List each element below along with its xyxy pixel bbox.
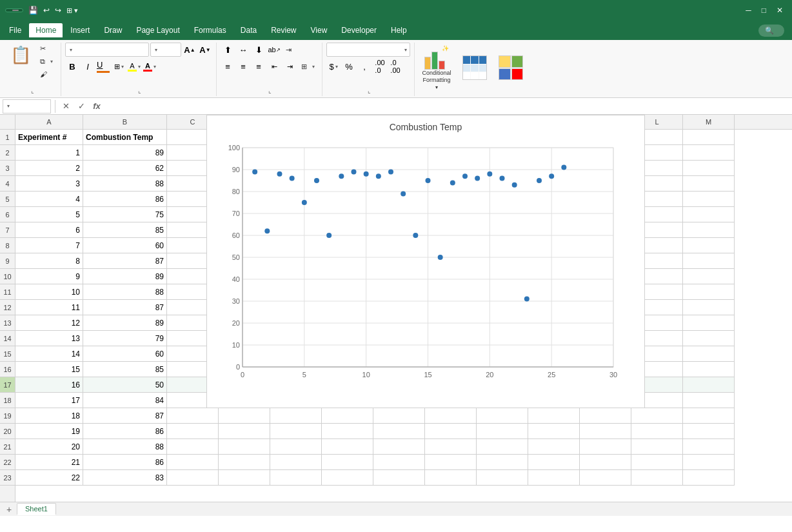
decrease-decimal-button[interactable]: .00.0 <box>373 59 387 74</box>
menu-view[interactable]: View <box>304 23 334 37</box>
bold-button[interactable]: B <box>65 59 79 74</box>
menu-file[interactable]: File <box>3 23 28 37</box>
cell-r16-c1[interactable]: 15 <box>15 362 83 377</box>
format-painter-button[interactable]: 🖌 <box>36 68 57 80</box>
cell-r19-c11[interactable] <box>580 408 631 424</box>
cell-r1-c2[interactable]: Combustion Temp <box>83 130 167 145</box>
format-as-table-button[interactable] <box>457 53 492 83</box>
search-box[interactable]: 🔍 <box>758 25 784 37</box>
cell-r21-c4[interactable] <box>219 439 270 455</box>
row-header-5[interactable]: 5 <box>0 192 15 207</box>
row-header-22[interactable]: 22 <box>0 455 15 470</box>
cell-r10-c2[interactable]: 89 <box>83 269 167 284</box>
cell-r19-c6[interactable] <box>322 408 373 424</box>
cell-r19-c12[interactable] <box>631 408 683 424</box>
menu-home[interactable]: Home <box>29 23 63 37</box>
wrap-text-button[interactable]: ⇥ <box>282 44 297 56</box>
row-header-2[interactable]: 2 <box>0 145 15 161</box>
cell-r22-c4[interactable] <box>219 455 270 470</box>
number-format-selector[interactable]: ▾ <box>326 43 410 57</box>
cell-r2-c2[interactable]: 89 <box>83 145 167 161</box>
cell-r3-c2[interactable]: 62 <box>83 161 167 176</box>
menu-review[interactable]: Review <box>264 23 302 37</box>
cell-r21-c6[interactable] <box>322 439 373 455</box>
cell-r15-c2[interactable]: 60 <box>83 346 167 362</box>
row-header-17[interactable]: 17 <box>0 377 15 393</box>
col-header-m[interactable]: M <box>683 115 735 129</box>
cell-r20-c6[interactable] <box>322 424 373 439</box>
row-header-18[interactable]: 18 <box>0 393 15 408</box>
cell-r20-c8[interactable] <box>425 424 477 439</box>
underline-button[interactable]: U <box>96 59 110 74</box>
row-header-10[interactable]: 10 <box>0 269 15 284</box>
cell-r19-c10[interactable] <box>528 408 580 424</box>
cell-r8-c2[interactable]: 60 <box>83 238 167 253</box>
cell-r22-c1[interactable]: 21 <box>15 455 83 470</box>
cell-r8-c13[interactable] <box>683 238 735 253</box>
row-header-23[interactable]: 23 <box>0 470 15 486</box>
cell-r14-c2[interactable]: 79 <box>83 331 167 346</box>
row-header-6[interactable]: 6 <box>0 207 15 222</box>
number-expand-icon[interactable]: ⌞ <box>368 87 371 94</box>
cell-r23-c1[interactable]: 22 <box>15 470 83 486</box>
paste-button[interactable]: 📋 <box>6 43 35 69</box>
cell-r23-c8[interactable] <box>425 470 477 486</box>
font-color-button[interactable]: A ▾ <box>143 59 157 74</box>
cell-r22-c8[interactable] <box>425 455 477 470</box>
cell-r21-c5[interactable] <box>270 439 322 455</box>
menu-draw[interactable]: Draw <box>97 23 128 37</box>
row-header-7[interactable]: 7 <box>0 222 15 238</box>
cell-r11-c1[interactable]: 10 <box>15 284 83 300</box>
cell-r19-c5[interactable] <box>270 408 322 424</box>
save-icon[interactable]: 💾 <box>28 6 38 15</box>
cell-r6-c13[interactable] <box>683 207 735 222</box>
cell-r12-c1[interactable]: 11 <box>15 300 83 315</box>
italic-button[interactable]: I <box>81 59 95 74</box>
cell-r21-c12[interactable] <box>631 439 683 455</box>
formula-confirm-icon[interactable]: ✓ <box>75 101 88 111</box>
row-header-19[interactable]: 19 <box>0 408 15 424</box>
close-icon[interactable]: ✕ <box>773 6 787 15</box>
menu-help[interactable]: Help <box>384 23 413 37</box>
increase-indent-button[interactable]: ⇥ <box>282 59 297 74</box>
cell-r6-c2[interactable]: 75 <box>83 207 167 222</box>
percent-button[interactable]: % <box>342 59 356 74</box>
comma-button[interactable]: , <box>357 59 371 74</box>
cell-r3-c1[interactable]: 2 <box>15 161 83 176</box>
cell-r11-c2[interactable]: 88 <box>83 284 167 300</box>
cell-r22-c10[interactable] <box>528 455 580 470</box>
cell-r20-c12[interactable] <box>631 424 683 439</box>
menu-data[interactable]: Data <box>234 23 263 37</box>
redo-icon[interactable]: ↪ <box>55 6 61 15</box>
row-header-4[interactable]: 4 <box>0 176 15 192</box>
cell-r23-c6[interactable] <box>322 470 373 486</box>
cell-r4-c13[interactable] <box>683 176 735 192</box>
menu-insert[interactable]: Insert <box>64 23 96 37</box>
cell-r23-c11[interactable] <box>580 470 631 486</box>
cell-r21-c9[interactable] <box>477 439 528 455</box>
cell-r19-c9[interactable] <box>477 408 528 424</box>
row-header-8[interactable]: 8 <box>0 238 15 253</box>
cell-r14-c13[interactable] <box>683 331 735 346</box>
formula-input[interactable] <box>106 101 789 112</box>
border-button[interactable]: ⊞▾ <box>112 59 126 74</box>
row-header-9[interactable]: 9 <box>0 253 15 269</box>
cell-r5-c13[interactable] <box>683 192 735 207</box>
cell-r8-c1[interactable]: 7 <box>15 238 83 253</box>
row-header-14[interactable]: 14 <box>0 331 15 346</box>
cell-r22-c6[interactable] <box>322 455 373 470</box>
cell-r20-c2[interactable]: 86 <box>83 424 167 439</box>
copy-button[interactable]: ⧉ ▾ <box>36 55 57 68</box>
autosave-toggle[interactable] <box>5 8 23 12</box>
cell-r2-c13[interactable] <box>683 145 735 161</box>
cell-r17-c1[interactable]: 16 <box>15 377 83 393</box>
top-align-button[interactable]: ⬆ <box>221 43 235 57</box>
font-expand-icon[interactable]: ⌞ <box>138 87 141 94</box>
cell-r23-c2[interactable]: 83 <box>83 470 167 486</box>
conditional-formatting-button[interactable]: ✨ ConditionalFormatting ▾ <box>419 43 455 93</box>
cell-reference-box[interactable]: ▾ <box>3 99 51 113</box>
cell-r3-c13[interactable] <box>683 161 735 176</box>
cell-r20-c11[interactable] <box>580 424 631 439</box>
formula-cancel-icon[interactable]: ✕ <box>59 101 72 111</box>
row-header-1[interactable]: 1 <box>0 130 15 145</box>
